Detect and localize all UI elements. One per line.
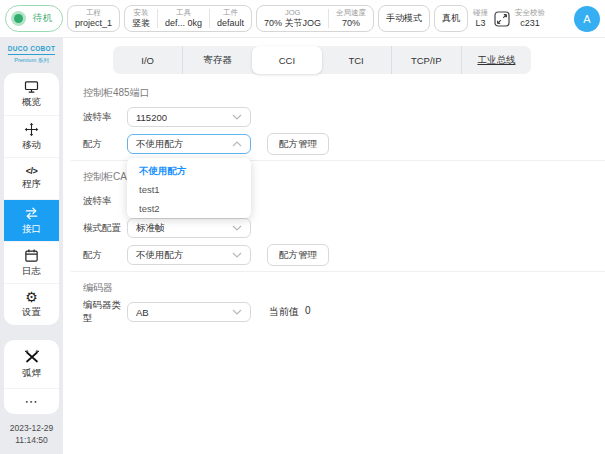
datetime: 2023-12-29 11:14:50 [10,423,53,446]
avatar[interactable]: A [574,6,600,32]
recipe-row-485: 配方 不使用配方 配方管理 [83,133,605,155]
sidebar-tools: 弧焊 ⋯ [4,340,59,414]
dropdown-option-no-recipe[interactable]: 不使用配方 [127,161,251,180]
real-machine-button[interactable]: 真机 [434,5,468,32]
encoder-type-row: 编码器类型 AB 当前值 0 [83,301,605,323]
baud-rate-row-485: 波特率 115200 [83,106,605,128]
tabbar: I/O 寄存器 CCI TCI TCP/IP 工业总线 [113,46,531,74]
sidebar-item-program[interactable]: </> 程序 [4,157,59,199]
robot-status-button[interactable]: 待机 [5,5,63,32]
safety-check: 安全校验 c231 [514,9,546,28]
section-title-485: 控制柜485端口 [83,86,605,99]
setup-group-button[interactable]: 安装 竖装 工具 def... 0kg 工件 default [124,5,252,32]
sidebar-item-settings[interactable]: ⚙ 设置 [4,283,59,325]
more-icon: ⋯ [25,394,39,409]
tab-cci[interactable]: CCI [252,46,321,74]
app-window: 待机 工程 project_1 安装 竖装 工具 def... 0kg 工件 d… [0,0,605,454]
logo-title: DUCO COBOT [8,45,55,55]
welding-icon [24,349,40,365]
tab-io[interactable]: I/O [113,46,182,74]
project-value: project_1 [75,18,112,28]
manual-mode-button[interactable]: 手动模式 [378,5,430,32]
encoder-type-label: 编码器类型 [83,299,127,325]
logo-subtitle: Premium 系列 [8,57,55,64]
recipe-value-can: 不使用配方 [136,249,184,262]
sidebar-item-label: 接口 [22,223,41,236]
collision-level: 碰撞 L3 [472,9,489,28]
sidebar-item-interface[interactable]: 接口 [4,199,59,241]
safety-label: 安全校验 [515,9,545,18]
sidebar-item-label: 弧焊 [22,367,41,380]
sidebar-nav: 概览 移动 </> 程序 [4,73,59,325]
dropdown-option-test1[interactable]: test1 [127,180,251,199]
recipe-label: 配方 [83,138,127,151]
project-label: 工程 [86,9,101,18]
monitor-icon [24,79,39,94]
tab-tci[interactable]: TCI [322,46,391,74]
time-label: 11:14:50 [10,435,53,446]
jog-value: 70% 关节JOG [264,18,321,28]
mode-config-label: 模式配置 [83,222,127,235]
project-button[interactable]: 工程 project_1 [67,5,120,32]
recipe-select-can[interactable]: 不使用配方 [127,245,251,265]
tool-label: 工具 [176,9,191,18]
fullscreen-icon[interactable] [493,10,510,27]
recipe-dropdown-menu: 不使用配方 test1 test2 [127,158,251,218]
mode-config-select[interactable]: 标准帧 [127,218,251,238]
sidebar-item-label: 程序 [22,178,41,191]
topbar: 待机 工程 project_1 安装 竖装 工具 def... 0kg 工件 d… [0,0,605,38]
sidebar-item-move[interactable]: 移动 [4,115,59,157]
gear-icon: ⚙ [25,290,38,304]
calendar-icon [24,248,39,263]
sidebar-item-label: 设置 [22,306,41,319]
encoder-type-select[interactable]: AB [127,302,251,322]
chevron-down-icon [232,225,242,231]
safety-value: c231 [520,18,540,28]
sidebar-item-label: 移动 [22,139,41,152]
sidebar-more-button[interactable]: ⋯ [4,388,59,414]
current-value-label: 当前值 [269,305,299,319]
sidebar-item-label: 日志 [22,265,41,278]
sidebar-item-label: 概览 [22,96,41,109]
global-speed-label: 全局速度 [336,9,366,18]
collision-value: L3 [476,18,486,28]
section-title-encoder: 编码器 [83,281,605,294]
code-icon: </> [26,166,38,176]
chevron-down-icon [232,309,242,315]
baud-rate-label: 波特率 [83,111,127,124]
tab-register[interactable]: 寄存器 [182,46,252,74]
move-icon [24,122,39,137]
sidebar: DUCO COBOT Premium 系列 概览 [0,38,63,454]
recipe-manage-button-485[interactable]: 配方管理 [267,133,329,155]
encoder-current-value: 当前值 0 [269,305,311,319]
baud-rate-label: 波特率 [83,195,127,208]
baud-rate-value: 115200 [136,112,167,123]
chevron-down-icon [232,114,242,120]
workpiece-label: 工件 [223,9,238,18]
tab-fieldbus[interactable]: 工业总线 [461,46,531,74]
jog-label: JOG [285,9,300,18]
recipe-row-can: 配方 不使用配方 配方管理 [83,244,605,266]
recipe-manage-button-can[interactable]: 配方管理 [267,244,329,266]
sidebar-item-arc-welding[interactable]: 弧焊 [4,340,59,388]
recipe-select-485[interactable]: 不使用配方 [127,134,251,154]
dropdown-option-test2[interactable]: test2 [127,199,251,218]
logo: DUCO COBOT Premium 系列 [8,45,55,64]
mount-label: 安装 [134,9,149,18]
global-speed-value: 70% [342,18,360,28]
sidebar-item-overview[interactable]: 概览 [4,73,59,115]
mount-value: 竖装 [132,18,150,28]
recipe-label: 配方 [83,249,127,262]
encoder-type-value: AB [136,307,149,318]
mode-config-row: 模式配置 标准帧 [83,217,605,239]
tool-value: def... 0kg [165,18,202,28]
sidebar-item-log[interactable]: 日志 [4,241,59,283]
jog-speed-group-button[interactable]: JOG 70% 关节JOG 全局速度 70% [256,5,374,32]
current-value-number: 0 [305,305,311,319]
chevron-down-icon [232,252,242,258]
baud-rate-select-485[interactable]: 115200 [127,107,251,127]
tab-tcpip[interactable]: TCP/IP [391,46,461,74]
workpiece-value: default [217,18,244,28]
mode-config-value: 标准帧 [136,222,165,235]
main-panel: I/O 寄存器 CCI TCI TCP/IP 工业总线 控制柜485端口 波特率… [63,38,605,454]
